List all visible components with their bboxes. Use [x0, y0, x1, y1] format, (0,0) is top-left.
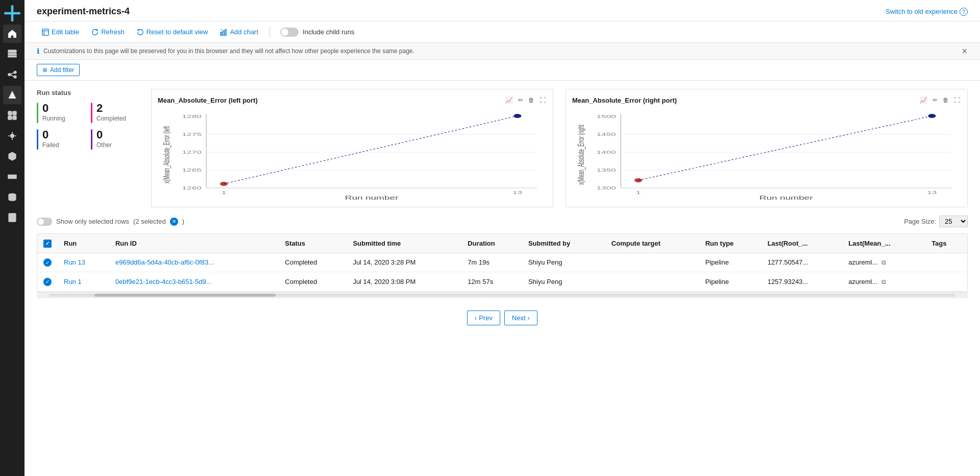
reset-icon — [137, 29, 144, 36]
col-compute-target: Compute target — [605, 234, 699, 253]
row1-checkbox-cell[interactable]: ✓ — [37, 253, 58, 272]
svg-text:Run number: Run number — [345, 195, 399, 201]
chart-edit-btn-right[interactable]: ✏ — [932, 96, 939, 105]
sidebar-item-notebooks[interactable] — [3, 208, 21, 227]
row2-run-link[interactable]: Run 1 — [64, 278, 82, 285]
next-chevron-icon: › — [528, 314, 530, 322]
scrollbar-track[interactable] — [49, 294, 955, 297]
add-filter-icon: ⊕ — [42, 66, 47, 74]
edit-table-icon — [42, 29, 49, 36]
show-selected-toggle[interactable] — [37, 218, 52, 226]
svg-rect-2 — [8, 56, 16, 57]
sidebar-item-endpoints[interactable] — [3, 127, 21, 145]
row1-run-id: e969dd6a-5d4a-40cb-af6c-0f83... — [109, 253, 279, 272]
chart-delete-btn-left[interactable]: 🗑 — [527, 96, 535, 105]
svg-line-60 — [639, 116, 932, 180]
svg-text:1270: 1270 — [182, 150, 202, 155]
prev-button[interactable]: ‹ Prev — [467, 311, 500, 325]
toolbar: Edit table Refresh Reset to default view… — [24, 21, 980, 43]
row1-run-link[interactable]: Run 13 — [64, 258, 85, 266]
chart-actions-left: 📈 ✏ 🗑 ⛶ — [504, 96, 547, 105]
add-chart-button[interactable]: Add chart — [215, 26, 263, 38]
next-button[interactable]: Next › — [504, 311, 537, 325]
chart-edit-btn-left[interactable]: ✏ — [517, 96, 524, 105]
row2-run-type: Pipeline — [699, 272, 762, 292]
svg-line-7 — [11, 75, 14, 77]
chart-title-left: Mean_Absolute_Error (left port) — [158, 97, 258, 104]
sidebar-item-active[interactable] — [3, 86, 21, 104]
scrollbar-thumb[interactable] — [94, 294, 276, 297]
table-row: ✓ Run 13 e969dd6a-5d4a-40cb-af6c-0f83...… — [37, 253, 967, 272]
running-count: 0 — [42, 103, 65, 114]
row2-checkbox[interactable]: ✓ — [43, 278, 52, 286]
chart-header-left: Mean_Absolute_Error (left port) 📈 ✏ 🗑 ⛶ — [158, 96, 547, 105]
row2-run-id-link[interactable]: 0ebf9e21-1ecb-4cc3-b651-5d9... — [115, 278, 212, 285]
col-duration: Duration — [461, 234, 522, 253]
page-size-select[interactable]: 25 10 50 100 — [939, 216, 968, 227]
edit-table-button[interactable]: Edit table — [37, 26, 84, 38]
row1-run-id-link[interactable]: e969dd6a-5d4a-40cb-af6c-0f83... — [115, 258, 214, 266]
add-filter-label: Add filter — [50, 66, 74, 74]
svg-rect-10 — [13, 111, 16, 115]
svg-text:1275: 1275 — [182, 132, 202, 137]
select-all-header[interactable]: ✓ — [37, 234, 58, 253]
row2-copy-icon[interactable]: ⧉ — [881, 278, 886, 285]
clear-selection-button[interactable]: ✕ — [170, 218, 178, 226]
sidebar-add-button[interactable] — [3, 4, 21, 22]
row1-run-type: Pipeline — [699, 253, 762, 272]
sidebar-item-compute[interactable] — [3, 168, 21, 186]
row1-last-root: 1277.50547... — [762, 253, 843, 272]
charts-container: Mean_Absolute_Error (left port) 📈 ✏ 🗑 ⛶ — [151, 89, 968, 207]
row1-checkbox[interactable]: ✓ — [43, 258, 52, 267]
chart-delete-btn-right[interactable]: 🗑 — [942, 96, 950, 105]
chart-expand-btn-left[interactable]: ⛶ — [538, 96, 547, 105]
row2-compute-target — [605, 272, 699, 292]
row2-last-mean: azureml... ⧉ — [842, 272, 925, 292]
svg-point-41 — [220, 182, 228, 186]
running-label: Running — [42, 115, 65, 122]
svg-text:1265: 1265 — [182, 168, 202, 173]
status-item-other: 0 Other — [91, 129, 139, 150]
sidebar-item-datastores[interactable] — [3, 188, 21, 206]
svg-text:13: 13 — [512, 190, 523, 195]
svg-point-5 — [14, 76, 16, 78]
include-child-runs-label: Include child runs — [303, 28, 354, 36]
reset-button[interactable]: Reset to default view — [132, 26, 213, 38]
add-filter-button[interactable]: ⊕ Add filter — [37, 64, 80, 76]
include-child-runs-toggle[interactable] — [280, 28, 299, 37]
info-bar-close-button[interactable]: ✕ — [962, 47, 968, 55]
page-title: experiment-metrics-4 — [37, 6, 130, 17]
col-run-type: Run type — [699, 234, 762, 253]
switch-to-old-link[interactable]: Switch to old experience ? — [886, 8, 968, 16]
content-area: Run status 0 Running — [24, 81, 980, 476]
run-status-panel: Run status 0 Running — [37, 89, 139, 207]
running-color-bar — [37, 103, 38, 123]
sidebar-item-experiments[interactable] — [3, 45, 21, 63]
table-scrollbar[interactable] — [37, 292, 968, 298]
sidebar-item-models[interactable] — [3, 106, 21, 125]
svg-rect-0 — [8, 50, 16, 53]
select-all-checkbox[interactable]: ✓ — [43, 240, 52, 248]
row2-checkbox-cell[interactable]: ✓ — [37, 272, 58, 292]
show-selected-row: Show only selected rows (2 selected ✕ ) … — [37, 216, 968, 227]
completed-label: Completed — [96, 115, 126, 122]
svg-rect-12 — [13, 116, 16, 120]
chart-title-right: Mean_Absolute_Error (right port) — [572, 97, 677, 104]
svg-point-13 — [11, 134, 14, 138]
chart-line-btn-left[interactable]: 📈 — [504, 96, 514, 105]
refresh-button[interactable]: Refresh — [86, 26, 130, 38]
col-run: Run — [58, 234, 109, 253]
svg-line-6 — [11, 73, 14, 74]
sidebar-item-pipelines[interactable] — [3, 65, 21, 84]
row1-copy-icon[interactable]: ⧉ — [881, 259, 886, 266]
prev-chevron-icon: ‹ — [475, 314, 477, 322]
page-header: experiment-metrics-4 Switch to old exper… — [24, 0, 980, 21]
row2-run-id: 0ebf9e21-1ecb-4cc3-b651-5d9... — [109, 272, 279, 292]
sidebar — [0, 0, 24, 476]
sidebar-item-home[interactable] — [3, 25, 21, 43]
chart-line-btn-right[interactable]: 📈 — [919, 96, 928, 105]
chart-expand-btn-right[interactable]: ⛶ — [953, 96, 961, 105]
other-color-bar — [91, 129, 92, 150]
show-selected-toggle-knob — [38, 219, 44, 225]
sidebar-item-cube[interactable] — [3, 147, 21, 165]
